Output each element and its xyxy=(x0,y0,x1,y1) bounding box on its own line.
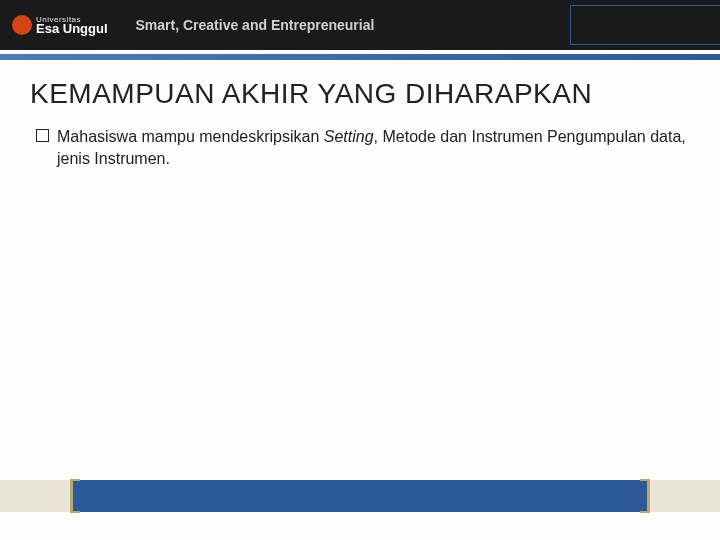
footer-bar xyxy=(0,480,720,512)
bullet-text: Mahasiswa mampu mendeskripsikan Setting,… xyxy=(57,126,690,169)
university-tagline: Smart, Creative and Entrepreneurial xyxy=(136,17,375,33)
logo-icon xyxy=(12,15,32,35)
bullet-italic: Setting xyxy=(324,128,374,145)
header-bar: Universitas Esa Unggul Smart, Creative a… xyxy=(0,0,720,50)
university-logo: Universitas Esa Unggul xyxy=(12,15,108,35)
logo-main-text: Esa Unggul xyxy=(36,23,108,35)
slide-title: KEMAMPUAN AKHIR YANG DIHARAPKAN xyxy=(30,78,690,110)
footer-blue-panel xyxy=(70,480,650,512)
header-accent-box xyxy=(570,5,720,45)
checkbox-bullet-icon xyxy=(36,129,49,142)
slide-content: KEMAMPUAN AKHIR YANG DIHARAPKAN Mahasisw… xyxy=(0,60,720,169)
bullet-pre: Mahasiswa mampu mendeskripsikan xyxy=(57,128,324,145)
bullet-item: Mahasiswa mampu mendeskripsikan Setting,… xyxy=(30,126,690,169)
